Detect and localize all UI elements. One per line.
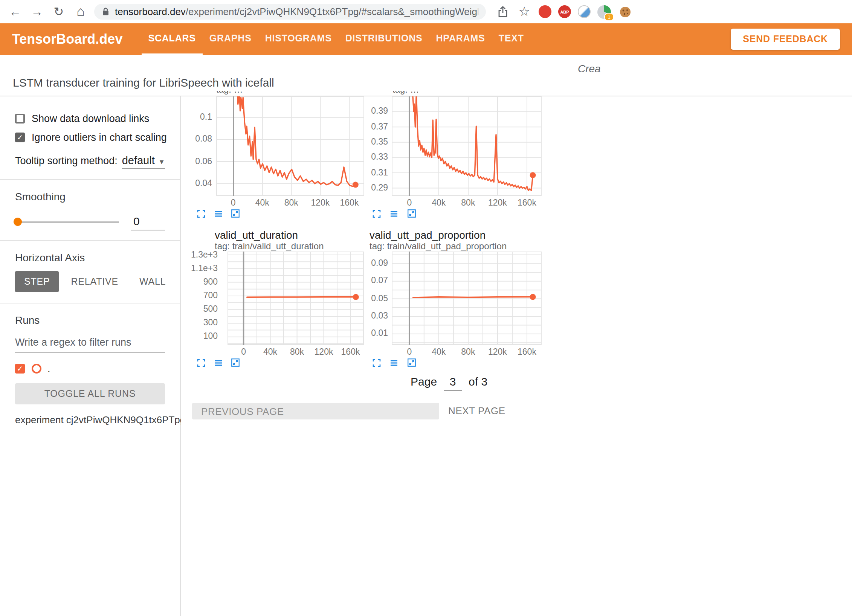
x-axis-tick-label: 120k	[484, 198, 511, 207]
fit-domain-icon[interactable]	[231, 358, 240, 367]
y-axis-tick-label: 0.09	[354, 258, 388, 267]
browser-chrome: ← → ↻ ⌂ tensorboard.dev/experiment/cj2vt…	[0, 0, 852, 23]
tooltip-sorting-dropdown[interactable]: default ▼	[122, 154, 165, 169]
menu-lines-icon[interactable]	[389, 358, 399, 367]
run-checkbox[interactable]: ✓	[15, 363, 25, 373]
cookie-icon[interactable]	[618, 4, 633, 19]
expand-chart-icon[interactable]	[196, 209, 206, 218]
run-color-swatch[interactable]	[32, 363, 41, 373]
smoothing-value-input[interactable]: 0	[131, 214, 165, 230]
home-icon[interactable]: ⌂	[73, 4, 88, 19]
axis-relative-button[interactable]: RELATIVE	[62, 271, 127, 292]
smoothing-label: Smoothing	[15, 191, 165, 203]
runs-label: Runs	[15, 314, 165, 326]
page-number-input[interactable]: 3	[444, 375, 462, 391]
forward-icon[interactable]: →	[29, 4, 44, 19]
tooltip-sorting-row: Tooltip sorting method: default ▼	[15, 154, 165, 169]
clipped-created-text: Crea	[578, 63, 601, 75]
x-axis-tick-label: 80k	[284, 347, 311, 356]
chart-plot[interactable]	[392, 252, 542, 345]
x-axis-tick-label: 80k	[455, 347, 482, 356]
scalar-chart-valid-utt-pad-proportion: valid_utt_pad_proportion tag: train/vali…	[357, 229, 545, 380]
chart-tag: tag: train/valid_utt_duration	[215, 241, 324, 252]
fit-domain-icon[interactable]	[406, 358, 416, 367]
chart-toolbar	[196, 209, 240, 218]
previous-page-button[interactable]: PREVIOUS PAGE	[192, 403, 439, 419]
smoothing-slider[interactable]	[15, 221, 119, 223]
checkbox-label: Ignore outliers in chart scaling	[32, 131, 167, 143]
tab-histograms[interactable]: HISTOGRAMS	[258, 23, 339, 55]
fit-domain-icon[interactable]	[231, 209, 240, 218]
checkbox-label: Show data download links	[32, 113, 149, 124]
bookmark-star-icon[interactable]: ☆	[517, 4, 532, 19]
chart-plot[interactable]	[392, 96, 542, 196]
y-axis-tick-label: 900	[184, 277, 218, 286]
divider	[0, 179, 180, 180]
url-bar[interactable]: tensorboard.dev/experiment/cj2vtPiwQHKN9…	[94, 4, 486, 20]
show-download-links-checkbox[interactable]: Show data download links	[15, 111, 165, 125]
checkbox-icon	[15, 113, 25, 123]
fit-domain-icon[interactable]	[406, 209, 416, 218]
x-axis-tick-label: 160k	[513, 347, 541, 356]
clipped-chart-tag: tag: …	[392, 91, 536, 96]
experiment-name: experiment cj2vtPiwQHKN9Q1tx6PTpg	[15, 414, 165, 425]
x-axis-tick-label: 160k	[513, 198, 541, 207]
tab-scalars[interactable]: SCALARS	[141, 23, 202, 55]
tab-text[interactable]: TEXT	[492, 23, 531, 55]
x-axis-tick-label: 40k	[257, 347, 284, 356]
expand-chart-icon[interactable]	[372, 209, 382, 218]
run-row: ✓ .	[15, 362, 165, 374]
y-axis-tick-label: 0.37	[354, 122, 388, 131]
checkbox-checked-icon: ✓	[15, 132, 25, 142]
profile-avatar[interactable]: 1	[597, 5, 611, 18]
share-icon[interactable]	[495, 4, 510, 19]
expand-chart-icon[interactable]	[196, 358, 206, 367]
back-icon[interactable]: ←	[8, 4, 23, 19]
abp-extension-icon[interactable]: ABP	[558, 5, 571, 18]
y-axis-tick-label: 0.01	[354, 329, 388, 338]
adblock-extension-icon[interactable]	[539, 5, 551, 18]
y-axis-tick-label: 0.05	[354, 294, 388, 303]
tab-hparams[interactable]: HPARAMS	[429, 23, 492, 55]
chart-plot[interactable]	[216, 96, 364, 196]
menu-lines-icon[interactable]	[213, 209, 223, 218]
toggle-all-runs-button[interactable]: TOGGLE ALL RUNS	[15, 383, 165, 404]
expand-chart-icon[interactable]	[372, 358, 382, 367]
x-axis-tick-label: 0	[220, 198, 247, 207]
runs-filter-input[interactable]	[15, 334, 165, 353]
scalar-chart-2: tag: … 0.290.310.330.350.370.39040k80k12…	[357, 96, 545, 224]
chart-tag: tag: train/valid_utt_pad_proportion	[370, 241, 507, 252]
brand-logo[interactable]: TensorBoard.dev	[12, 23, 122, 55]
next-page-button[interactable]: NEXT PAGE	[448, 403, 505, 419]
extension-icon[interactable]	[578, 5, 591, 18]
lock-icon	[102, 7, 110, 17]
scalar-chart-valid-utt-duration: valid_utt_duration tag: train/valid_utt_…	[181, 229, 369, 380]
reload-icon[interactable]: ↻	[51, 4, 66, 19]
slider-thumb[interactable]	[14, 218, 22, 226]
tab-graphs[interactable]: GRAPHS	[203, 23, 258, 55]
y-axis-tick-label: 0.04	[181, 178, 212, 188]
y-axis-tick-label: 700	[184, 291, 218, 300]
x-axis-tick-label: 80k	[455, 198, 482, 207]
y-axis-tick-label: 100	[184, 332, 218, 341]
menu-lines-icon[interactable]	[213, 358, 223, 367]
chart-toolbar	[372, 209, 416, 218]
axis-step-button[interactable]: STEP	[15, 271, 59, 292]
x-axis-tick-label: 0	[230, 347, 257, 356]
chart-plot[interactable]	[228, 252, 364, 345]
y-axis-tick-label: 0.31	[354, 168, 388, 177]
tab-distributions[interactable]: DISTRIBUTIONS	[339, 23, 429, 55]
dropdown-value: default	[122, 154, 155, 166]
chart-toolbar	[372, 358, 416, 367]
divider	[0, 240, 180, 241]
send-feedback-button[interactable]: SEND FEEDBACK	[731, 29, 840, 50]
menu-lines-icon[interactable]	[389, 209, 399, 218]
axis-wall-button[interactable]: WALL	[130, 271, 175, 292]
url-text: tensorboard.dev/experiment/cj2vtPiwQHKN9…	[115, 6, 478, 17]
ignore-outliers-checkbox[interactable]: ✓ Ignore outliers in chart scaling	[15, 130, 165, 144]
smoothing-row: 0	[15, 215, 165, 230]
x-axis-tick-label: 40k	[425, 198, 452, 207]
experiment-description: LSTM transducer training for LibriSpeech…	[13, 76, 274, 89]
x-axis-tick-label: 120k	[307, 198, 334, 207]
page-label: Page	[411, 375, 437, 388]
